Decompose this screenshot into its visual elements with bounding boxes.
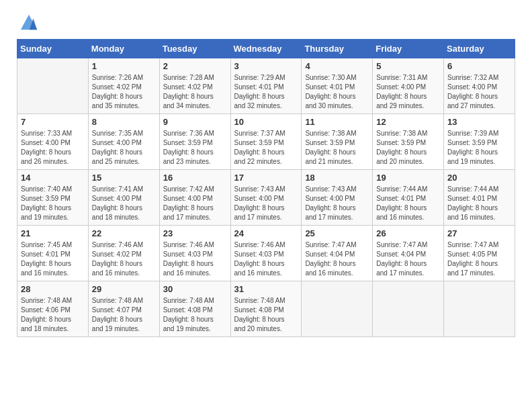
calendar-cell: [17, 58, 89, 114]
day-number: 24: [234, 228, 298, 238]
day-number: 5: [376, 61, 440, 71]
calendar-cell: 7Sunrise: 7:33 AM Sunset: 4:00 PM Daylig…: [17, 114, 89, 170]
day-number: 2: [163, 61, 227, 71]
day-number: 8: [92, 117, 156, 127]
calendar-cell: [444, 281, 515, 337]
day-number: 17: [234, 173, 298, 183]
day-number: 10: [234, 117, 298, 127]
cell-content: Sunrise: 7:30 AM Sunset: 4:01 PM Dayligh…: [305, 73, 369, 111]
calendar-cell: 16Sunrise: 7:42 AM Sunset: 4:00 PM Dayli…: [159, 170, 230, 226]
cell-content: Sunrise: 7:46 AM Sunset: 4:03 PM Dayligh…: [234, 240, 298, 278]
cell-content: Sunrise: 7:29 AM Sunset: 4:01 PM Dayligh…: [234, 73, 298, 111]
cell-content: Sunrise: 7:48 AM Sunset: 4:06 PM Dayligh…: [21, 296, 85, 334]
day-number: 14: [21, 173, 85, 183]
calendar-cell: 5Sunrise: 7:31 AM Sunset: 4:00 PM Daylig…: [373, 58, 444, 114]
cell-content: Sunrise: 7:32 AM Sunset: 4:00 PM Dayligh…: [447, 73, 511, 111]
cell-content: Sunrise: 7:28 AM Sunset: 4:02 PM Dayligh…: [163, 73, 227, 111]
cell-content: Sunrise: 7:33 AM Sunset: 4:00 PM Dayligh…: [21, 129, 85, 167]
day-number: 7: [21, 117, 85, 127]
cell-content: Sunrise: 7:47 AM Sunset: 4:05 PM Dayligh…: [447, 240, 511, 278]
calendar-cell: 30Sunrise: 7:48 AM Sunset: 4:08 PM Dayli…: [159, 281, 230, 337]
day-number: 25: [305, 228, 369, 238]
calendar-cell: 2Sunrise: 7:28 AM Sunset: 4:02 PM Daylig…: [159, 58, 230, 114]
cell-content: Sunrise: 7:45 AM Sunset: 4:01 PM Dayligh…: [21, 240, 85, 278]
calendar-cell: 11Sunrise: 7:38 AM Sunset: 3:59 PM Dayli…: [302, 114, 373, 170]
header-day-tuesday: Tuesday: [159, 40, 230, 58]
calendar-cell: 28Sunrise: 7:48 AM Sunset: 4:06 PM Dayli…: [17, 281, 89, 337]
logo: [17, 13, 38, 32]
header-row: SundayMondayTuesdayWednesdayThursdayFrid…: [17, 40, 515, 58]
calendar-cell: 27Sunrise: 7:47 AM Sunset: 4:05 PM Dayli…: [444, 226, 515, 281]
day-number: 13: [447, 117, 511, 127]
calendar-cell: 1Sunrise: 7:26 AM Sunset: 4:02 PM Daylig…: [88, 58, 159, 114]
cell-content: Sunrise: 7:38 AM Sunset: 3:59 PM Dayligh…: [305, 129, 369, 167]
calendar-cell: 10Sunrise: 7:37 AM Sunset: 3:59 PM Dayli…: [230, 114, 302, 170]
cell-content: Sunrise: 7:42 AM Sunset: 4:00 PM Dayligh…: [163, 185, 227, 222]
day-number: 12: [376, 117, 440, 127]
header-day-saturday: Saturday: [444, 40, 515, 58]
cell-content: Sunrise: 7:26 AM Sunset: 4:02 PM Dayligh…: [92, 73, 156, 111]
cell-content: Sunrise: 7:31 AM Sunset: 4:00 PM Dayligh…: [376, 73, 440, 111]
calendar-week-5: 28Sunrise: 7:48 AM Sunset: 4:06 PM Dayli…: [17, 281, 515, 337]
cell-content: Sunrise: 7:46 AM Sunset: 4:03 PM Dayligh…: [163, 240, 227, 278]
day-number: 18: [305, 173, 369, 183]
calendar-cell: 22Sunrise: 7:46 AM Sunset: 4:02 PM Dayli…: [88, 226, 159, 281]
day-number: 29: [92, 284, 156, 294]
cell-content: Sunrise: 7:46 AM Sunset: 4:02 PM Dayligh…: [92, 240, 156, 278]
calendar-cell: 26Sunrise: 7:47 AM Sunset: 4:04 PM Dayli…: [373, 226, 444, 281]
day-number: 15: [92, 173, 156, 183]
calendar-cell: 13Sunrise: 7:39 AM Sunset: 3:59 PM Dayli…: [444, 114, 515, 170]
cell-content: Sunrise: 7:38 AM Sunset: 3:59 PM Dayligh…: [376, 129, 440, 167]
calendar-header: SundayMondayTuesdayWednesdayThursdayFrid…: [17, 40, 515, 58]
header-day-thursday: Thursday: [302, 40, 373, 58]
calendar-cell: 6Sunrise: 7:32 AM Sunset: 4:00 PM Daylig…: [444, 58, 515, 114]
day-number: 6: [447, 61, 511, 71]
calendar-cell: 25Sunrise: 7:47 AM Sunset: 4:04 PM Dayli…: [302, 226, 373, 281]
calendar-week-1: 1Sunrise: 7:26 AM Sunset: 4:02 PM Daylig…: [17, 58, 515, 114]
day-number: 20: [447, 173, 511, 183]
calendar-cell: 15Sunrise: 7:41 AM Sunset: 4:00 PM Dayli…: [88, 170, 159, 226]
day-number: 31: [234, 284, 298, 294]
calendar-week-3: 14Sunrise: 7:40 AM Sunset: 3:59 PM Dayli…: [17, 170, 515, 226]
cell-content: Sunrise: 7:43 AM Sunset: 4:00 PM Dayligh…: [305, 185, 369, 222]
calendar-cell: 31Sunrise: 7:48 AM Sunset: 4:08 PM Dayli…: [230, 281, 302, 337]
calendar-body: 1Sunrise: 7:26 AM Sunset: 4:02 PM Daylig…: [17, 58, 515, 337]
calendar-cell: 19Sunrise: 7:44 AM Sunset: 4:01 PM Dayli…: [373, 170, 444, 226]
day-number: 9: [163, 117, 227, 127]
calendar-cell: [302, 281, 373, 337]
cell-content: Sunrise: 7:44 AM Sunset: 4:01 PM Dayligh…: [447, 185, 511, 222]
cell-content: Sunrise: 7:47 AM Sunset: 4:04 PM Dayligh…: [376, 240, 440, 278]
day-number: 4: [305, 61, 369, 71]
day-number: 30: [163, 284, 227, 294]
calendar-cell: 4Sunrise: 7:30 AM Sunset: 4:01 PM Daylig…: [302, 58, 373, 114]
calendar-cell: 18Sunrise: 7:43 AM Sunset: 4:00 PM Dayli…: [302, 170, 373, 226]
day-number: 23: [163, 228, 227, 238]
calendar-cell: 23Sunrise: 7:46 AM Sunset: 4:03 PM Dayli…: [159, 226, 230, 281]
cell-content: Sunrise: 7:44 AM Sunset: 4:01 PM Dayligh…: [376, 185, 440, 222]
calendar-cell: [373, 281, 444, 337]
calendar-cell: 9Sunrise: 7:36 AM Sunset: 3:59 PM Daylig…: [159, 114, 230, 170]
cell-content: Sunrise: 7:47 AM Sunset: 4:04 PM Dayligh…: [305, 240, 369, 278]
header-day-friday: Friday: [373, 40, 444, 58]
cell-content: Sunrise: 7:36 AM Sunset: 3:59 PM Dayligh…: [163, 129, 227, 167]
calendar-week-2: 7Sunrise: 7:33 AM Sunset: 4:00 PM Daylig…: [17, 114, 515, 170]
day-number: 19: [376, 173, 440, 183]
day-number: 1: [92, 61, 156, 71]
calendar-week-4: 21Sunrise: 7:45 AM Sunset: 4:01 PM Dayli…: [17, 226, 515, 281]
calendar-cell: 14Sunrise: 7:40 AM Sunset: 3:59 PM Dayli…: [17, 170, 89, 226]
day-number: 26: [376, 228, 440, 238]
calendar-cell: 20Sunrise: 7:44 AM Sunset: 4:01 PM Dayli…: [444, 170, 515, 226]
cell-content: Sunrise: 7:35 AM Sunset: 4:00 PM Dayligh…: [92, 129, 156, 167]
cell-content: Sunrise: 7:37 AM Sunset: 3:59 PM Dayligh…: [234, 129, 298, 167]
cell-content: Sunrise: 7:48 AM Sunset: 4:07 PM Dayligh…: [92, 296, 156, 334]
cell-content: Sunrise: 7:39 AM Sunset: 3:59 PM Dayligh…: [447, 129, 511, 167]
calendar-table: SundayMondayTuesdayWednesdayThursdayFrid…: [17, 39, 515, 337]
logo-icon: [19, 13, 38, 32]
calendar-cell: 21Sunrise: 7:45 AM Sunset: 4:01 PM Dayli…: [17, 226, 89, 281]
cell-content: Sunrise: 7:40 AM Sunset: 3:59 PM Dayligh…: [21, 185, 85, 222]
calendar-cell: 12Sunrise: 7:38 AM Sunset: 3:59 PM Dayli…: [373, 114, 444, 170]
day-number: 16: [163, 173, 227, 183]
cell-content: Sunrise: 7:43 AM Sunset: 4:00 PM Dayligh…: [234, 185, 298, 222]
calendar-cell: 3Sunrise: 7:29 AM Sunset: 4:01 PM Daylig…: [230, 58, 302, 114]
header-day-monday: Monday: [88, 40, 159, 58]
